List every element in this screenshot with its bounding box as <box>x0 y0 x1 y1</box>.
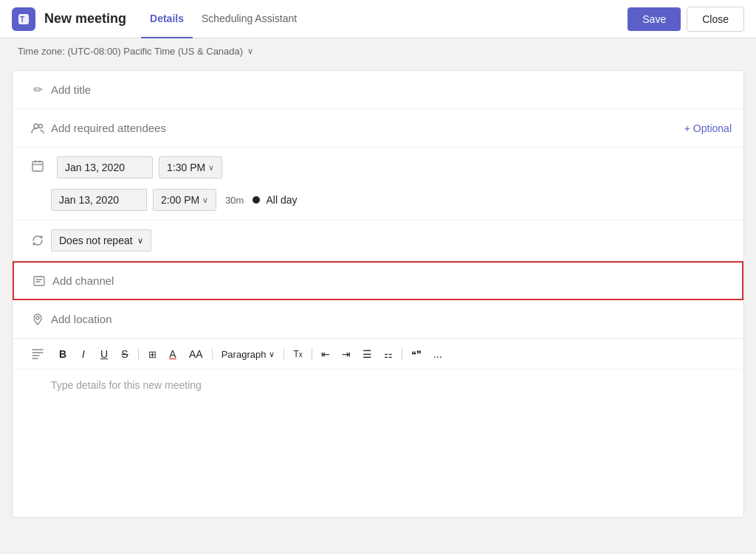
allday-label[interactable]: All day <box>266 194 297 206</box>
repeat-content: Does not repeat ∨ <box>51 229 732 252</box>
channel-row <box>13 261 743 300</box>
location-icon <box>24 314 51 325</box>
attendees-content: + Optional <box>51 119 732 137</box>
header-tabs: Details Scheduling Assistant <box>141 0 306 38</box>
font-color-button[interactable]: A <box>164 345 182 363</box>
table-button[interactable]: ⊞ <box>143 345 161 363</box>
repeat-chevron-icon: ∨ <box>137 236 143 246</box>
divider-5 <box>402 348 402 360</box>
bullet-list-button[interactable]: ☰ <box>358 345 377 363</box>
location-content <box>51 310 732 328</box>
editor-body[interactable]: Type details for this new meeting <box>13 370 743 517</box>
timezone-label: Time zone: (UTC-08:00) Pacific Time (US … <box>18 46 243 57</box>
timezone-chevron-icon: ∨ <box>247 46 253 56</box>
notes-icon <box>24 349 51 359</box>
svg-rect-4 <box>32 162 43 171</box>
main-content: ✏ + Optional <box>0 64 756 554</box>
italic-button[interactable]: I <box>75 345 92 363</box>
svg-text:T: T <box>20 15 24 24</box>
paragraph-chevron-icon: ∨ <box>269 350 275 359</box>
numbered-list-button[interactable]: ⚏ <box>379 345 397 363</box>
more-button[interactable]: ... <box>429 345 447 363</box>
teams-logo: T <box>12 7 35 31</box>
pencil-icon: ✏ <box>24 83 51 97</box>
end-date-field[interactable]: Jan 13, 2020 <box>51 189 147 211</box>
bold-button[interactable]: B <box>54 345 72 363</box>
svg-point-2 <box>34 124 38 128</box>
close-button[interactable]: Close <box>687 7 744 32</box>
header: T New meeting Details Scheduling Assista… <box>0 0 756 38</box>
quote-button[interactable]: ❝❞ <box>407 345 426 363</box>
repeat-row: Does not repeat ∨ <box>13 221 743 261</box>
people-icon <box>24 123 51 134</box>
divider-4 <box>312 348 312 360</box>
title-content <box>51 80 732 99</box>
underline-button[interactable]: U <box>95 345 113 363</box>
location-row <box>13 300 743 339</box>
dot-separator <box>252 196 260 204</box>
svg-point-6 <box>36 316 39 319</box>
channel-icon <box>26 276 52 286</box>
decrease-indent-button[interactable]: ⇤ <box>317 345 334 363</box>
save-button[interactable]: Save <box>628 7 681 31</box>
increase-indent-button[interactable]: ⇥ <box>337 345 355 363</box>
editor-section: B I U S ⊞ A AA Paragraph ∨ Tx <box>13 339 743 517</box>
end-time-field[interactable]: 2:00 PM ∨ <box>153 189 216 211</box>
tab-details[interactable]: Details <box>141 0 193 38</box>
repeat-icon <box>24 235 51 246</box>
divider-2 <box>212 348 213 360</box>
strikethrough-button[interactable]: S <box>116 345 134 363</box>
optional-link[interactable]: + Optional <box>684 122 732 134</box>
font-size-button[interactable]: AA <box>185 345 207 363</box>
header-left: T New meeting Details Scheduling Assista… <box>12 0 628 38</box>
divider-1 <box>138 348 139 360</box>
title-input[interactable] <box>51 80 732 99</box>
start-datetime-row: Jan 13, 2020 1:30 PM ∨ <box>24 153 732 181</box>
title-row: ✏ <box>13 71 743 109</box>
svg-rect-5 <box>34 277 44 285</box>
channel-content <box>52 271 730 290</box>
paragraph-dropdown[interactable]: Paragraph ∨ <box>217 346 280 363</box>
attendees-input[interactable] <box>51 119 684 137</box>
start-time-field[interactable]: 1:30 PM ∨ <box>159 156 222 179</box>
start-time-chevron-icon: ∨ <box>208 163 214 173</box>
datetime-section: Jan 13, 2020 1:30 PM ∨ Jan 13, 2020 2:00… <box>13 148 743 221</box>
header-actions: Save Close <box>628 7 744 32</box>
form-card: ✏ + Optional <box>12 70 744 518</box>
start-date-field[interactable]: Jan 13, 2020 <box>57 156 153 179</box>
divider-3 <box>284 348 284 360</box>
attendees-row: + Optional <box>13 109 743 148</box>
calendar-icon <box>24 160 51 175</box>
duration-badge: 30m <box>222 195 247 206</box>
editor-placeholder: Type details for this new meeting <box>51 379 202 391</box>
svg-point-3 <box>39 124 43 128</box>
clear-format-button[interactable]: Tx <box>289 345 306 363</box>
end-time-chevron-icon: ∨ <box>202 195 208 205</box>
editor-toolbar: B I U S ⊞ A AA Paragraph ∨ Tx <box>13 339 743 370</box>
app-container: T New meeting Details Scheduling Assista… <box>0 0 756 554</box>
timezone-bar[interactable]: Time zone: (UTC-08:00) Pacific Time (US … <box>0 38 756 64</box>
end-datetime-row: Jan 13, 2020 2:00 PM ∨ 30m All day <box>24 186 732 214</box>
tab-scheduling-assistant[interactable]: Scheduling Assistant <box>193 0 306 38</box>
page-title: New meeting <box>44 11 126 27</box>
repeat-dropdown[interactable]: Does not repeat ∨ <box>51 229 151 252</box>
location-input[interactable] <box>51 310 732 328</box>
channel-input[interactable] <box>52 271 730 290</box>
